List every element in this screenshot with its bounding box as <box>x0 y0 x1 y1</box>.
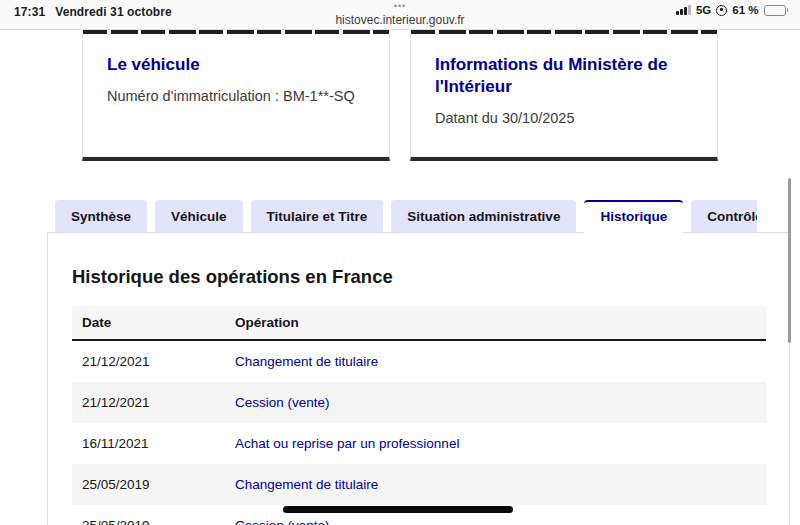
tab-v-hicule[interactable]: Véhicule <box>155 200 243 233</box>
url-address[interactable]: histovec.interieur.gouv.fr <box>335 14 464 26</box>
network-type-label: 5G <box>696 4 711 16</box>
table-row: 21/12/2021 Changement de titulaire <box>72 340 766 382</box>
card-body: Datant du 30/10/2025 <box>435 110 693 126</box>
table-row: 16/11/2021 Achat ou reprise par un profe… <box>72 423 766 464</box>
cell-date: 25/05/2019 <box>72 464 225 505</box>
card-title: Le véhicule <box>107 54 365 76</box>
tab-historique[interactable]: Historique <box>584 200 683 234</box>
tabs-bar: Synthèse Véhicule Titulaire et Titre Sit… <box>55 200 757 234</box>
operation-link[interactable]: Achat ou reprise par un professionnel <box>235 436 459 451</box>
status-right: 5G 61 % <box>676 4 788 16</box>
tab-titulaire-et-titre[interactable]: Titulaire et Titre <box>251 200 384 233</box>
home-indicator[interactable] <box>283 506 513 513</box>
cell-date: 25/05/2019 <box>72 505 225 525</box>
page-scrollbar[interactable] <box>788 178 791 343</box>
table-row: 21/12/2021 Cession (vente) <box>72 382 766 423</box>
tab-panel-historique: Historique des opérations en France Date… <box>47 232 790 525</box>
tab-synth-se[interactable]: Synthèse <box>55 200 147 233</box>
table-row: 25/05/2019 Changement de titulaire <box>72 464 766 505</box>
section-title: Historique des opérations en France <box>72 266 765 288</box>
operation-link[interactable]: Changement de titulaire <box>235 354 378 369</box>
browser-status-bar: 17:31 Vendredi 31 octobre ••• histovec.i… <box>0 0 800 30</box>
battery-icon <box>764 5 789 16</box>
card-vehicle: Le véhicule Numéro d'immatriculation : B… <box>82 34 390 161</box>
cell-date: 16/11/2021 <box>72 423 225 464</box>
card-body: Numéro d'immatriculation : BM-1**-SQ <box>107 88 365 104</box>
operation-link[interactable]: Cession (vente) <box>235 518 330 525</box>
operations-table: Date Opération 21/12/2021 Changement de … <box>72 306 766 525</box>
tab-overflow-dots-icon[interactable]: ••• <box>394 2 406 11</box>
card-ministry-info: Informations du Ministère de l'Intérieur… <box>410 34 718 161</box>
cell-date: 21/12/2021 <box>72 340 225 382</box>
tab-contr-les-techniques[interactable]: Contrôles techniques <box>691 200 757 233</box>
operation-link[interactable]: Cession (vente) <box>235 395 330 410</box>
table-header-row: Date Opération <box>72 306 766 340</box>
tab-situation-administrative[interactable]: Situation administrative <box>391 200 576 233</box>
cellular-signal-icon <box>676 5 691 15</box>
card-title: Informations du Ministère de l'Intérieur <box>435 54 693 98</box>
column-header-date: Date <box>72 306 225 340</box>
orientation-lock-icon <box>716 5 727 16</box>
battery-percent-label: 61 % <box>732 4 758 16</box>
operation-link[interactable]: Changement de titulaire <box>235 477 378 492</box>
column-header-operation: Opération <box>225 306 766 340</box>
cell-date: 21/12/2021 <box>72 382 225 423</box>
